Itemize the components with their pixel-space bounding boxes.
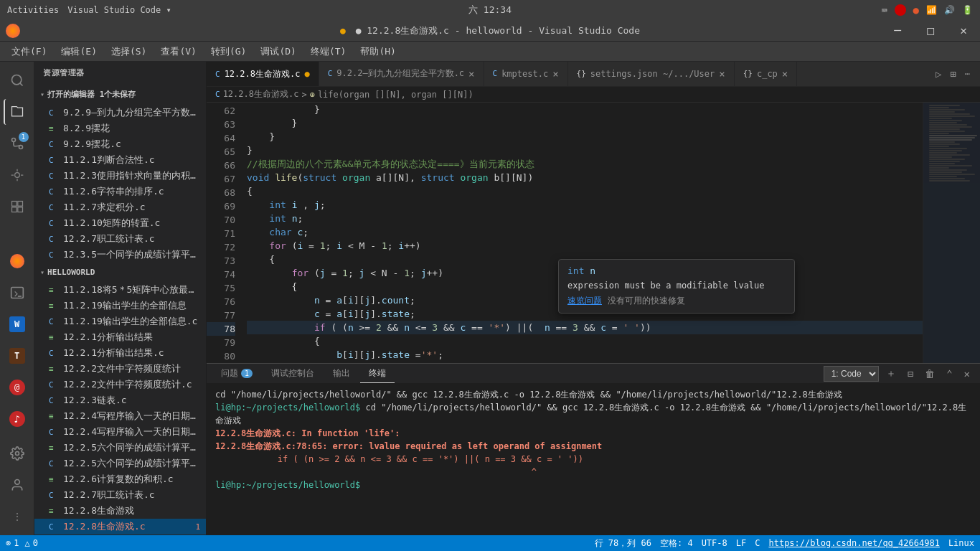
activity-explorer[interactable] — [4, 99, 29, 125]
tab-close[interactable]: × — [782, 68, 788, 80]
activities-label[interactable]: Activities — [7, 5, 59, 15]
minimize-button[interactable]: ─ — [881, 20, 914, 41]
tab-inactive[interactable]: C kmptest.c × — [484, 62, 568, 86]
warning-icon: △ — [24, 538, 29, 548]
activity-account[interactable] — [4, 472, 30, 498]
list-item[interactable]: ≡ 12.2.1分析输出结果 — [34, 329, 206, 345]
breadcrumb-file[interactable]: 12.2.8生命游戏.c — [223, 88, 299, 100]
terminal-selector[interactable]: 1: Code — [824, 366, 879, 382]
list-item[interactable]: C 11.2.1判断合法性.c — [34, 152, 206, 168]
error-count[interactable]: ⊗ ⊗ 1 1 — [6, 538, 19, 548]
activity-dots[interactable]: ⋮ — [4, 504, 30, 529]
activity-terminal[interactable] — [4, 280, 30, 306]
delete-terminal-button[interactable]: 🗑 — [920, 367, 939, 381]
helloworld-toggle[interactable]: ▾ HELLOWORLD — [34, 265, 206, 279]
tab-close[interactable]: × — [552, 68, 558, 80]
tab-terminal[interactable]: 终端 — [360, 364, 395, 383]
list-item[interactable]: ≡ 11.2.18将5＊5矩阵中心放最大值四个角放最小值.c — [34, 282, 206, 298]
menu-terminal[interactable]: 终端(T) — [305, 44, 352, 60]
maximize-button[interactable]: □ — [914, 20, 947, 41]
list-item[interactable]: ≡ 11.2.19输出学生的全部信息 — [34, 298, 206, 314]
list-item[interactable]: ≡ 12.2.4写程序输入一天的日期需要显示下一天的日期 — [34, 408, 206, 424]
c-file-icon: C — [49, 219, 59, 228]
language-mode[interactable]: C — [755, 538, 760, 548]
tab-close[interactable]: × — [468, 68, 474, 80]
split-terminal-button[interactable]: ⊟ — [903, 367, 918, 381]
list-item[interactable]: C 11.2.10矩阵的转置.c — [34, 215, 206, 231]
list-item[interactable]: C 11.2.19输出学生的全部信息.c — [34, 314, 206, 329]
list-item[interactable]: C 12.2.7职工统计表.c — [34, 487, 206, 503]
list-item[interactable]: C 9.2.9—到九九分组完全平方数.c — [34, 105, 206, 121]
active-file-item[interactable]: C 12.2.8生命游戏.c 1 — [34, 519, 206, 534]
activity-search[interactable] — [4, 67, 30, 93]
quick-fix-link[interactable]: 速览问题 — [567, 295, 602, 307]
list-item[interactable]: C 12.2.3链表.c — [34, 392, 206, 408]
menu-debug[interactable]: 调试(D) — [255, 44, 301, 60]
activity-browser[interactable] — [4, 248, 30, 274]
activity-extensions[interactable] — [4, 194, 30, 220]
run-button[interactable]: ▷ — [931, 67, 946, 81]
close-terminal-button[interactable]: ✕ — [960, 367, 974, 381]
tab-settings[interactable]: {} settings.json ~/.../User × — [568, 62, 735, 86]
tab-problems[interactable]: 问题1 — [212, 364, 261, 382]
list-item[interactable]: C 11.2.3使用指针求向量的内积.c — [34, 168, 206, 184]
list-item[interactable]: ≡ 12.2.2文件中字符频度统计 — [34, 361, 206, 377]
list-item[interactable]: C 11.2.7求定积分.c — [34, 199, 206, 215]
activity-settings[interactable] — [4, 441, 30, 466]
list-item[interactable]: C 12.2.7职工统计表.c — [34, 231, 206, 247]
code-content[interactable]: } } } } //根据周边的八个元素&&单元本身的状态决定====》当前元素的… — [241, 103, 923, 363]
minimap — [923, 103, 980, 363]
open-editors-toggle[interactable]: ▾ 打开的编辑器 1个未保存 — [34, 87, 206, 102]
list-item[interactable]: ≡ 12.2.8生命游戏 — [34, 503, 206, 519]
tab-inactive[interactable]: C 9.2.2—到九九分组完全平方数.c × — [319, 62, 484, 86]
encoding[interactable]: UTF-8 — [702, 538, 727, 548]
list-item[interactable]: ≡ 12.2.6计算复数的和积.c — [34, 471, 206, 487]
outline-section: ▶ 大纲 — [34, 534, 206, 535]
menu-goto[interactable]: 转到(G) — [205, 44, 252, 60]
menu-edit[interactable]: 编辑(E) — [55, 44, 102, 60]
sidebar-file-list: C 9.2.9—到九九分组完全平方数.c ≡ 8.2.9摆花 C 9.2.9摆花… — [34, 105, 206, 263]
list-item[interactable]: C 12.3.5一个同学的成绩计算平均值.c — [34, 247, 206, 263]
activity-debug[interactable] — [4, 162, 30, 188]
svg-rect-9 — [17, 207, 22, 212]
tab-ccp[interactable]: {} c_cp × — [735, 62, 798, 86]
more-tabs-button[interactable]: ⋯ — [961, 67, 974, 80]
activity-wps[interactable]: W — [4, 311, 30, 337]
list-icon: ≡ — [49, 301, 59, 311]
item-label: 12.2.2文件中字符频度统计.c — [63, 378, 200, 391]
split-editor-button[interactable]: ⊞ — [946, 67, 960, 81]
list-item[interactable]: ≡ 12.2.5六个同学的成绩计算平均值 — [34, 440, 206, 456]
activity-text[interactable]: T — [4, 343, 30, 369]
breadcrumb-func-icon: ⊕ — [310, 90, 315, 100]
tab-active[interactable]: C 12.2.8生命游戏.c ● — [207, 62, 319, 86]
item-label: 12.2.6计算复数的和积.c — [63, 473, 200, 486]
tab-debug-console[interactable]: 调试控制台 — [263, 364, 323, 382]
activity-email[interactable]: @ — [4, 375, 30, 400]
c-file-icon: C — [49, 428, 59, 437]
list-item[interactable]: C 11.2.6字符串的排序.c — [34, 184, 206, 199]
csdn-link[interactable]: https://blog.csdn.net/qq_42664981 — [768, 538, 939, 548]
close-button[interactable]: ✕ — [947, 20, 980, 41]
list-item[interactable]: C 9.2.9摆花.c — [34, 136, 206, 152]
warning-count[interactable]: △ 0 — [24, 538, 37, 548]
list-item[interactable]: ≡ 8.2.9摆花 — [34, 121, 206, 136]
maximize-terminal-button[interactable]: ⌃ — [942, 367, 956, 381]
activity-music[interactable]: ♪ — [4, 406, 30, 432]
activity-scm[interactable]: 1 — [4, 131, 30, 156]
line-endings[interactable]: LF — [736, 538, 746, 548]
menu-file[interactable]: 文件(F) — [6, 44, 52, 60]
list-item[interactable]: C 12.2.2文件中字符频度统计.c — [34, 377, 206, 392]
new-terminal-button[interactable]: ＋ — [882, 366, 900, 382]
breadcrumb-func[interactable]: life(organ [][N], organ [][N]) — [318, 90, 473, 100]
menu-view[interactable]: 查看(V) — [155, 44, 202, 60]
terminal-body[interactable]: cd "/home/li/projects/helloworld/" && gc… — [207, 384, 980, 535]
item-label: 12.2.1分析输出结果.c — [63, 347, 200, 359]
menu-selection[interactable]: 选择(S) — [105, 44, 152, 60]
list-item[interactable]: C 12.2.5六个同学的成绩计算平均值.c — [34, 456, 206, 471]
menu-help[interactable]: 帮助(H) — [354, 44, 401, 60]
vscode-menu[interactable]: Visual Studio Code ▾ — [67, 5, 171, 15]
list-item[interactable]: C 12.2.1分析输出结果.c — [34, 345, 206, 361]
tab-close[interactable]: × — [719, 68, 725, 80]
list-item[interactable]: C 12.2.4写程序输入一天的日期需要显示下一天的日期.c — [34, 424, 206, 440]
tab-output[interactable]: 输出 — [324, 364, 359, 382]
